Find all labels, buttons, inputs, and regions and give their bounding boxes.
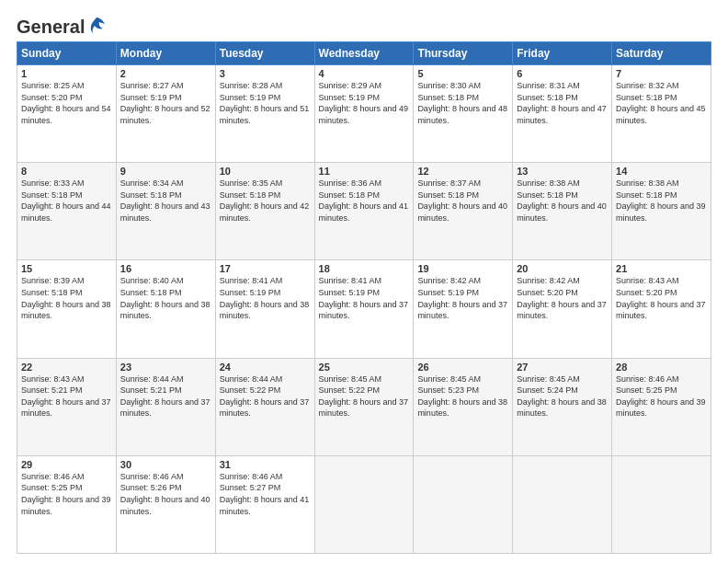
day-info: Sunrise: 8:40 AMSunset: 5:18 PMDaylight:… (120, 276, 210, 320)
calendar-cell: 5Sunrise: 8:30 AMSunset: 5:18 PMDaylight… (414, 65, 513, 163)
col-header-sunday: Sunday (17, 42, 117, 65)
calendar-cell: 26Sunrise: 8:45 AMSunset: 5:23 PMDayligh… (414, 358, 513, 455)
day-number: 30 (120, 459, 211, 470)
calendar-cell: 29Sunrise: 8:46 AMSunset: 5:25 PMDayligh… (17, 455, 117, 553)
day-info: Sunrise: 8:44 AMSunset: 5:21 PMDaylight:… (120, 374, 210, 419)
calendar-cell: 27Sunrise: 8:45 AMSunset: 5:24 PMDayligh… (513, 358, 612, 455)
day-number: 14 (616, 166, 707, 177)
day-info: Sunrise: 8:27 AMSunset: 5:19 PMDaylight:… (120, 81, 210, 125)
calendar-cell: 4Sunrise: 8:29 AMSunset: 5:19 PMDaylight… (314, 65, 414, 163)
day-number: 18 (319, 263, 410, 274)
day-info: Sunrise: 8:42 AMSunset: 5:19 PMDaylight:… (417, 276, 507, 320)
day-number: 20 (517, 263, 608, 274)
calendar-cell: 16Sunrise: 8:40 AMSunset: 5:18 PMDayligh… (116, 260, 215, 358)
calendar-cell: 3Sunrise: 8:28 AMSunset: 5:19 PMDaylight… (215, 65, 314, 163)
day-info: Sunrise: 8:29 AMSunset: 5:19 PMDaylight:… (319, 81, 409, 125)
day-info: Sunrise: 8:38 AMSunset: 5:18 PMDaylight:… (517, 178, 607, 223)
logo: General (17, 17, 107, 34)
day-info: Sunrise: 8:35 AMSunset: 5:18 PMDaylight:… (220, 178, 310, 223)
day-number: 21 (616, 263, 707, 274)
day-number: 5 (417, 68, 508, 79)
day-number: 27 (517, 362, 608, 373)
day-number: 26 (417, 362, 508, 373)
day-info: Sunrise: 8:30 AMSunset: 5:18 PMDaylight:… (417, 81, 507, 125)
day-number: 3 (220, 68, 311, 79)
day-info: Sunrise: 8:46 AMSunset: 5:25 PMDaylight:… (616, 374, 706, 419)
day-info: Sunrise: 8:44 AMSunset: 5:22 PMDaylight:… (220, 374, 310, 419)
day-info: Sunrise: 8:34 AMSunset: 5:18 PMDaylight:… (120, 178, 210, 223)
calendar-cell: 14Sunrise: 8:38 AMSunset: 5:18 PMDayligh… (612, 163, 711, 260)
day-number: 16 (120, 263, 211, 274)
day-info: Sunrise: 8:46 AMSunset: 5:26 PMDaylight:… (120, 472, 210, 516)
day-number: 8 (21, 166, 112, 177)
calendar-cell: 9Sunrise: 8:34 AMSunset: 5:18 PMDaylight… (116, 163, 215, 260)
day-info: Sunrise: 8:28 AMSunset: 5:19 PMDaylight:… (220, 81, 310, 125)
day-info: Sunrise: 8:45 AMSunset: 5:22 PMDaylight:… (319, 374, 409, 419)
calendar-cell: 17Sunrise: 8:41 AMSunset: 5:19 PMDayligh… (215, 260, 314, 358)
day-number: 11 (319, 166, 410, 177)
calendar-cell: 25Sunrise: 8:45 AMSunset: 5:22 PMDayligh… (314, 358, 414, 455)
calendar-cell: 12Sunrise: 8:37 AMSunset: 5:18 PMDayligh… (414, 163, 513, 260)
day-info: Sunrise: 8:32 AMSunset: 5:18 PMDaylight:… (616, 81, 706, 125)
day-info: Sunrise: 8:41 AMSunset: 5:19 PMDaylight:… (220, 276, 310, 320)
page: General SundayMondayTuesdayWednesdayThur… (0, 0, 728, 563)
calendar-cell: 13Sunrise: 8:38 AMSunset: 5:18 PMDayligh… (513, 163, 612, 260)
day-number: 29 (21, 459, 112, 470)
calendar-cell: 22Sunrise: 8:43 AMSunset: 5:21 PMDayligh… (17, 358, 117, 455)
day-number: 15 (21, 263, 112, 274)
calendar-cell: 1Sunrise: 8:25 AMSunset: 5:20 PMDaylight… (17, 65, 117, 163)
calendar-cell: 7Sunrise: 8:32 AMSunset: 5:18 PMDaylight… (612, 65, 711, 163)
day-number: 9 (120, 166, 211, 177)
calendar-cell: 2Sunrise: 8:27 AMSunset: 5:19 PMDaylight… (116, 65, 215, 163)
day-number: 2 (120, 68, 211, 79)
day-info: Sunrise: 8:43 AMSunset: 5:21 PMDaylight:… (21, 374, 111, 419)
calendar-cell: 19Sunrise: 8:42 AMSunset: 5:19 PMDayligh… (414, 260, 513, 358)
day-info: Sunrise: 8:41 AMSunset: 5:19 PMDaylight:… (319, 276, 409, 320)
day-number: 22 (21, 362, 112, 373)
calendar-cell: 15Sunrise: 8:39 AMSunset: 5:18 PMDayligh… (17, 260, 117, 358)
calendar-cell (414, 455, 513, 553)
col-header-wednesday: Wednesday (314, 42, 414, 65)
day-info: Sunrise: 8:38 AMSunset: 5:18 PMDaylight:… (616, 178, 706, 223)
day-number: 19 (417, 263, 508, 274)
logo-general: General (17, 17, 85, 38)
col-header-thursday: Thursday (414, 42, 513, 65)
day-info: Sunrise: 8:33 AMSunset: 5:18 PMDaylight:… (21, 178, 111, 223)
calendar-cell: 11Sunrise: 8:36 AMSunset: 5:18 PMDayligh… (314, 163, 414, 260)
day-info: Sunrise: 8:45 AMSunset: 5:23 PMDaylight:… (417, 374, 507, 419)
calendar-cell: 24Sunrise: 8:44 AMSunset: 5:22 PMDayligh… (215, 358, 314, 455)
day-number: 7 (616, 68, 707, 79)
calendar-cell: 23Sunrise: 8:44 AMSunset: 5:21 PMDayligh… (116, 358, 215, 455)
day-info: Sunrise: 8:45 AMSunset: 5:24 PMDaylight:… (517, 374, 607, 419)
header: General (17, 17, 711, 34)
col-header-tuesday: Tuesday (215, 42, 314, 65)
calendar-cell: 28Sunrise: 8:46 AMSunset: 5:25 PMDayligh… (612, 358, 711, 455)
col-header-saturday: Saturday (612, 42, 711, 65)
day-number: 28 (616, 362, 707, 373)
calendar-cell: 31Sunrise: 8:46 AMSunset: 5:27 PMDayligh… (215, 455, 314, 553)
day-number: 10 (220, 166, 311, 177)
calendar-cell (314, 455, 414, 553)
day-number: 6 (517, 68, 608, 79)
day-info: Sunrise: 8:42 AMSunset: 5:20 PMDaylight:… (517, 276, 607, 320)
day-info: Sunrise: 8:46 AMSunset: 5:25 PMDaylight:… (21, 472, 111, 516)
day-number: 24 (220, 362, 311, 373)
calendar-cell: 20Sunrise: 8:42 AMSunset: 5:20 PMDayligh… (513, 260, 612, 358)
day-number: 23 (120, 362, 211, 373)
day-info: Sunrise: 8:36 AMSunset: 5:18 PMDaylight:… (319, 178, 409, 223)
day-number: 1 (21, 68, 112, 79)
col-header-monday: Monday (116, 42, 215, 65)
day-info: Sunrise: 8:31 AMSunset: 5:18 PMDaylight:… (517, 81, 607, 125)
calendar-table: SundayMondayTuesdayWednesdayThursdayFrid… (17, 41, 711, 554)
logo-bird-icon (86, 16, 107, 36)
calendar-cell: 18Sunrise: 8:41 AMSunset: 5:19 PMDayligh… (314, 260, 414, 358)
day-number: 13 (517, 166, 608, 177)
day-info: Sunrise: 8:37 AMSunset: 5:18 PMDaylight:… (417, 178, 507, 223)
col-header-friday: Friday (513, 42, 612, 65)
calendar-cell: 21Sunrise: 8:43 AMSunset: 5:20 PMDayligh… (612, 260, 711, 358)
day-info: Sunrise: 8:43 AMSunset: 5:20 PMDaylight:… (616, 276, 706, 320)
day-number: 31 (220, 459, 311, 470)
day-number: 12 (417, 166, 508, 177)
day-info: Sunrise: 8:25 AMSunset: 5:20 PMDaylight:… (21, 81, 111, 125)
calendar-cell: 10Sunrise: 8:35 AMSunset: 5:18 PMDayligh… (215, 163, 314, 260)
